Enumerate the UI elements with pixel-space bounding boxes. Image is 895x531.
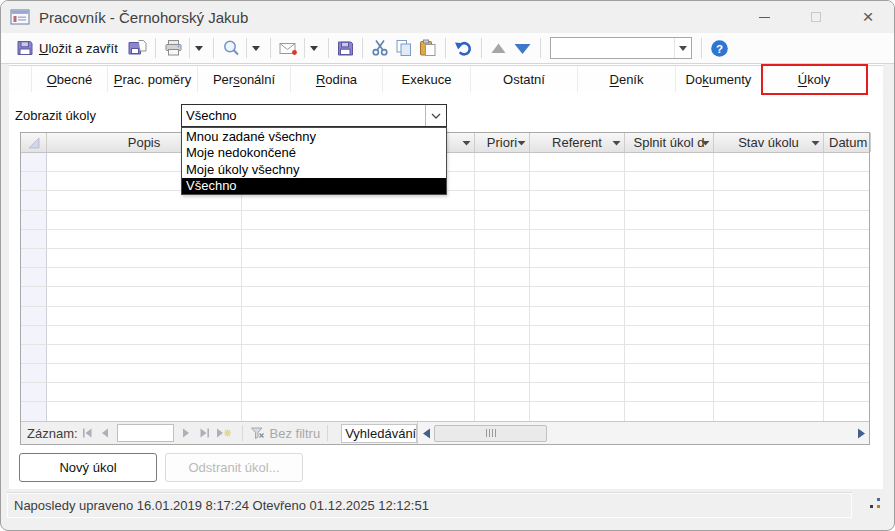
no-filter-button[interactable]: Bez filtru bbox=[250, 426, 321, 441]
row-selector-cell[interactable] bbox=[21, 345, 47, 363]
column-filter-arrow-icon[interactable] bbox=[612, 141, 621, 146]
first-record-button[interactable] bbox=[79, 425, 96, 442]
row-selector-cell[interactable] bbox=[21, 153, 47, 171]
move-up-button[interactable] bbox=[487, 36, 510, 60]
mail-button[interactable] bbox=[276, 36, 301, 60]
row-selector-cell[interactable] bbox=[21, 191, 47, 209]
print-dropdown-arrow[interactable] bbox=[189, 38, 208, 58]
print-preview-button[interactable] bbox=[219, 36, 243, 60]
column-header-label: Splnit úkol d bbox=[634, 135, 705, 150]
last-record-button[interactable] bbox=[196, 425, 213, 442]
table-cell bbox=[47, 402, 242, 420]
print-button[interactable] bbox=[161, 36, 186, 60]
table-row bbox=[21, 287, 869, 306]
column-header-splnit-ukol-d[interactable]: Splnit úkol d bbox=[625, 133, 714, 152]
close-button[interactable]: × bbox=[842, 1, 894, 33]
row-selector-cell[interactable] bbox=[21, 230, 47, 248]
row-selector-cell[interactable] bbox=[21, 402, 47, 420]
preview-dropdown-arrow[interactable] bbox=[246, 38, 265, 58]
column-header-referent[interactable]: Referent bbox=[530, 133, 625, 152]
minimize-button[interactable] bbox=[738, 1, 790, 33]
move-down-button[interactable] bbox=[510, 36, 535, 60]
tab-ostatni[interactable]: Ostatní bbox=[471, 66, 578, 92]
new-task-button[interactable]: Nový úkol bbox=[19, 453, 157, 482]
column-header-datum-o[interactable]: Datum o bbox=[824, 133, 871, 152]
table-cell bbox=[714, 383, 824, 401]
toolbar-separator bbox=[540, 38, 541, 58]
tab-personalni[interactable]: Personální bbox=[198, 66, 291, 92]
tab-denik[interactable]: Deník bbox=[578, 66, 676, 92]
save-and-close-button[interactable]: Uložit a zavřít bbox=[13, 36, 121, 60]
copy-icon bbox=[395, 39, 413, 57]
column-filter-arrow-icon[interactable] bbox=[517, 141, 526, 146]
row-selector-cell[interactable] bbox=[21, 326, 47, 344]
combobox-dropdown-icon[interactable] bbox=[674, 38, 691, 58]
table-cell bbox=[530, 211, 625, 229]
toolbar-separator bbox=[213, 38, 214, 58]
record-number-input[interactable] bbox=[117, 424, 174, 442]
row-selector-cell[interactable] bbox=[21, 211, 47, 229]
previous-record-button[interactable] bbox=[97, 425, 114, 442]
cut-button[interactable] bbox=[368, 36, 392, 60]
row-selector-cell[interactable] bbox=[21, 268, 47, 286]
table-cell bbox=[714, 364, 824, 382]
mail-icon bbox=[279, 40, 298, 57]
toolbar-separator bbox=[155, 38, 156, 58]
dropdown-option-moje-nedokoncene[interactable]: Moje nedokončené bbox=[182, 145, 446, 162]
tab-rodina[interactable]: Rodina bbox=[291, 66, 383, 92]
scrollbar-track[interactable] bbox=[547, 422, 853, 444]
task-filter-dropdown-button[interactable] bbox=[425, 105, 446, 126]
help-button[interactable]: ? bbox=[707, 36, 732, 60]
row-selector-cell[interactable] bbox=[21, 307, 47, 325]
scroll-right-button[interactable] bbox=[853, 425, 869, 442]
table-cell bbox=[475, 268, 530, 286]
table-cell bbox=[714, 230, 824, 248]
save-as-button[interactable] bbox=[125, 36, 150, 60]
next-record-button[interactable] bbox=[178, 425, 195, 442]
column-filter-arrow-icon[interactable] bbox=[811, 141, 820, 146]
table-cell bbox=[625, 345, 714, 363]
dropdown-option-mnou-zadane-vsechny[interactable]: Mnou zadané všechny bbox=[182, 128, 446, 145]
row-selector-cell[interactable] bbox=[21, 172, 47, 190]
dropdown-option-vsechno[interactable]: Všechno bbox=[182, 178, 446, 195]
tab-dokumenty[interactable]: Dokumenty bbox=[676, 66, 762, 92]
task-filter-combobox[interactable]: Všechno bbox=[181, 104, 447, 127]
table-cell bbox=[714, 249, 824, 267]
dropdown-option-moje-ukoly-vsechny[interactable]: Moje úkoly všechny bbox=[182, 161, 446, 178]
save-record-button[interactable] bbox=[334, 36, 357, 60]
column-filter-arrow-icon[interactable] bbox=[462, 141, 471, 146]
record-navigator: Záznam: Bez filtru bbox=[21, 421, 869, 444]
toolbar-separator bbox=[362, 38, 363, 58]
table-cell bbox=[47, 364, 242, 382]
table-cell bbox=[242, 364, 475, 382]
scrollbar-thumb[interactable] bbox=[434, 425, 547, 442]
row-selector-cell[interactable] bbox=[21, 287, 47, 305]
row-selector-cell[interactable] bbox=[21, 383, 47, 401]
maximize-button[interactable] bbox=[790, 1, 842, 33]
goto-combobox[interactable] bbox=[550, 37, 692, 59]
select-all-header[interactable] bbox=[21, 133, 47, 152]
paste-button[interactable] bbox=[416, 36, 440, 60]
row-selector-cell[interactable] bbox=[21, 364, 47, 382]
search-input[interactable] bbox=[341, 424, 417, 443]
delete-task-button[interactable]: Odstranit úkol... bbox=[165, 453, 303, 482]
column-filter-arrow-icon[interactable] bbox=[701, 141, 710, 146]
table-row bbox=[21, 326, 869, 345]
horizontal-scrollbar bbox=[417, 422, 869, 444]
table-cell bbox=[47, 230, 242, 248]
column-header-stav-ukolu[interactable]: Stav úkolu bbox=[714, 133, 824, 152]
table-cell bbox=[824, 402, 869, 420]
table-cell bbox=[475, 211, 530, 229]
column-header-priori[interactable]: Priori bbox=[475, 133, 530, 152]
undo-button[interactable] bbox=[451, 36, 476, 60]
tab-obecne[interactable]: Obecné bbox=[31, 66, 108, 92]
table-cell bbox=[475, 364, 530, 382]
new-record-button[interactable] bbox=[214, 425, 235, 442]
row-selector-cell[interactable] bbox=[21, 249, 47, 267]
copy-button[interactable] bbox=[392, 36, 416, 60]
tab-prac-pomery[interactable]: Prac. poměry bbox=[108, 66, 198, 92]
scroll-left-button[interactable] bbox=[418, 425, 434, 442]
mail-dropdown-arrow[interactable] bbox=[304, 38, 323, 58]
tab-exekuce[interactable]: Exekuce bbox=[383, 66, 471, 92]
tab-ukoly[interactable]: Úkoly bbox=[762, 66, 867, 92]
